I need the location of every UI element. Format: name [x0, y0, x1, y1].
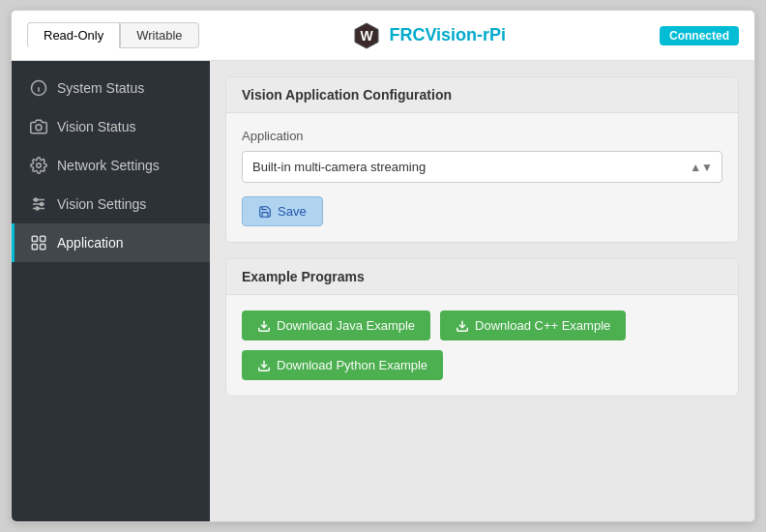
sliders-icon: [30, 195, 47, 213]
sidebar-item-application[interactable]: Application: [12, 223, 210, 262]
sidebar-item-vision-settings[interactable]: Vision Settings: [12, 185, 210, 223]
connection-status-badge: Connected: [660, 26, 739, 45]
download-python-label: Download Python Example: [277, 358, 427, 372]
sidebar-item-network-settings[interactable]: Network Settings: [12, 146, 210, 185]
example-buttons-area: Download Java Example Download C++ Examp…: [226, 295, 738, 396]
example-programs-card: Example Programs Download Java Example: [225, 258, 739, 397]
app-title: FRCVision-rPi: [389, 25, 506, 45]
main-window: Read-Only Writable W FRCVision-rPi Conne…: [11, 10, 755, 522]
tab-readonly[interactable]: Read-Only: [27, 22, 120, 48]
download-cpp-icon: [456, 319, 469, 333]
app-branding: W FRCVision-rPi: [352, 21, 506, 50]
svg-text:W: W: [361, 28, 374, 44]
download-java-label: Download Java Example: [277, 318, 415, 333]
example-programs-header: Example Programs: [226, 259, 738, 295]
svg-rect-15: [32, 245, 37, 250]
download-python-button[interactable]: Download Python Example: [242, 350, 443, 380]
gear-icon: [30, 157, 47, 174]
vision-config-body: Application Built-in multi-camera stream…: [226, 113, 738, 242]
content-area: Vision Application Configuration Applica…: [210, 61, 754, 521]
download-cpp-label: Download C++ Example: [475, 318, 610, 333]
svg-rect-13: [32, 236, 37, 241]
svg-point-12: [36, 207, 39, 210]
circle-info-icon: [30, 79, 47, 97]
save-button[interactable]: Save: [242, 196, 323, 226]
svg-rect-14: [41, 236, 45, 241]
save-icon: [258, 205, 272, 219]
header: Read-Only Writable W FRCVision-rPi Conne…: [12, 11, 754, 61]
vision-config-header: Vision Application Configuration: [226, 77, 738, 113]
svg-point-11: [41, 203, 44, 206]
vision-config-card: Vision Application Configuration Applica…: [225, 76, 739, 243]
download-python-icon: [257, 359, 271, 372]
svg-point-5: [36, 125, 42, 131]
svg-rect-16: [41, 245, 45, 250]
sidebar-label-application: Application: [57, 235, 124, 251]
sidebar-item-system-status[interactable]: System Status: [12, 69, 210, 107]
application-field-label: Application: [242, 129, 722, 143]
download-java-icon: [257, 319, 271, 333]
camera-icon: [30, 118, 47, 135]
sidebar: System Status Vision Status Network Sett…: [12, 61, 210, 521]
sidebar-label-network-settings: Network Settings: [57, 158, 160, 173]
download-cpp-button[interactable]: Download C++ Example: [440, 310, 626, 340]
app-logo-icon: W: [352, 21, 381, 50]
sidebar-label-system-status: System Status: [57, 80, 144, 96]
main-layout: System Status Vision Status Network Sett…: [12, 61, 754, 521]
application-select[interactable]: Built-in multi-camera streaming Custom a…: [242, 151, 722, 183]
sidebar-item-vision-status[interactable]: Vision Status: [12, 107, 210, 146]
svg-point-6: [37, 163, 42, 168]
save-label: Save: [278, 204, 307, 219]
application-select-wrapper: Built-in multi-camera streaming Custom a…: [242, 151, 722, 183]
svg-point-10: [35, 198, 38, 201]
tab-group: Read-Only Writable: [27, 22, 199, 48]
application-icon: [30, 234, 47, 251]
download-java-button[interactable]: Download Java Example: [242, 310, 430, 340]
tab-writable[interactable]: Writable: [120, 22, 198, 48]
sidebar-label-vision-status: Vision Status: [57, 119, 135, 134]
sidebar-label-vision-settings: Vision Settings: [57, 196, 146, 212]
